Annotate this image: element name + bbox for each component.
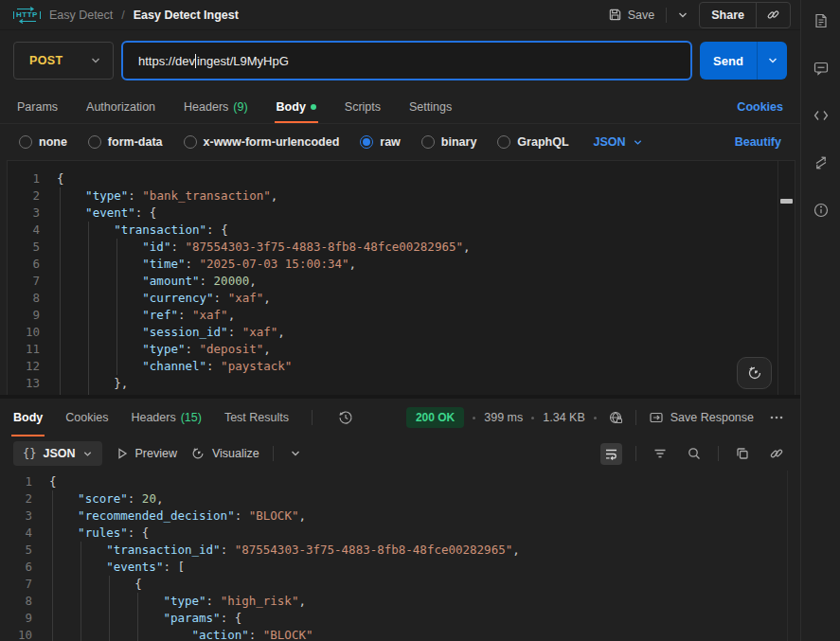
code-line: 4 "rules": {	[0, 525, 800, 542]
more-options-icon[interactable]	[766, 407, 787, 428]
indent-guide	[80, 542, 81, 641]
visualize-button[interactable]: Visualize	[190, 446, 259, 461]
response-tab-cookies[interactable]: Cookies	[65, 399, 108, 436]
url-text-after-caret: ingest/L9MyHpG	[197, 54, 289, 68]
indent-guide	[88, 222, 89, 395]
filter-icon[interactable]	[650, 443, 670, 464]
chevron-down-icon	[633, 137, 643, 148]
code-line: 12 "channel": "paystack"	[8, 358, 795, 375]
body-modified-dot	[311, 104, 316, 110]
indent-guide	[137, 593, 138, 641]
code-line: 7 {	[0, 576, 800, 593]
visualize-sparkle-icon	[190, 446, 206, 461]
braces-icon: {}	[23, 447, 36, 460]
response-toolbar: {} JSON Preview Visualize	[0, 436, 800, 471]
body-mode-row: none form-data x-www-form-urlencoded raw…	[0, 124, 800, 160]
response-status-row: 200 OK 399 ms 1.34 KB	[406, 406, 787, 429]
cookies-link[interactable]: Cookies	[737, 100, 783, 114]
indent-guide	[60, 187, 61, 395]
editor-scrollbar[interactable]	[777, 161, 795, 395]
copy-link-icon[interactable]	[766, 443, 787, 464]
response-tab-test-results[interactable]: Test Results	[224, 399, 289, 436]
send-button[interactable]: Send	[700, 42, 757, 80]
related-requests-icon[interactable]	[810, 151, 832, 174]
url-text-before-caret: https://dev	[138, 54, 195, 68]
info-icon[interactable]	[810, 199, 832, 222]
divider	[635, 410, 636, 425]
indent-guide	[116, 239, 117, 375]
code-line: 10 "action": "BLOCK"	[0, 627, 800, 641]
radio-x-www-form-urlencoded[interactable]: x-www-form-urlencoded	[184, 135, 340, 149]
chevron-down-icon	[90, 55, 101, 66]
response-body-viewer[interactable]: 1{2 "score": 20,3 "recommended_decision"…	[0, 471, 800, 641]
code-line: 3 "event": {	[8, 205, 795, 222]
send-options-chevron[interactable]	[757, 42, 787, 80]
tab-settings[interactable]: Settings	[409, 91, 452, 123]
save-options-chevron[interactable]	[674, 7, 691, 24]
code-line: 6 "events": [	[0, 559, 800, 576]
tab-authorization[interactable]: Authorization	[86, 91, 155, 123]
radio-raw[interactable]: raw	[360, 135, 401, 149]
divider	[666, 8, 667, 23]
code-snippet-icon[interactable]	[810, 104, 832, 127]
save-response-icon	[649, 410, 664, 425]
method-dropdown[interactable]: POST	[13, 42, 114, 80]
visualize-options-chevron[interactable]	[287, 445, 304, 462]
postbot-sparkle-icon	[746, 365, 763, 382]
tab-headers[interactable]: Headers(9)	[184, 91, 248, 123]
response-size[interactable]: 1.34 KB	[543, 411, 584, 424]
copy-icon[interactable]	[732, 443, 753, 464]
header-bar: HTTP Easy Detect / Easy Detect Ingest Sa…	[0, 0, 800, 30]
save-response-button[interactable]: Save Response	[645, 406, 758, 429]
tab-scripts[interactable]: Scripts	[345, 91, 381, 123]
postbot-button[interactable]	[737, 357, 772, 389]
viewer-scrollbar[interactable]	[787, 471, 800, 641]
response-format-dropdown[interactable]: {} JSON	[13, 441, 102, 466]
code-line: 8 "type": "high_risk",	[0, 593, 800, 610]
code-line: 3 "recommended_decision": "BLOCK",	[0, 507, 800, 525]
share-button[interactable]: Share	[700, 9, 756, 22]
status-badge[interactable]: 200 OK	[406, 407, 464, 428]
wrap-text-icon[interactable]	[600, 443, 622, 465]
request-tabs: Params Authorization Headers(9) Body Scr…	[0, 91, 800, 124]
method-label: POST	[29, 54, 63, 67]
radio-graphql[interactable]: GraphQL	[497, 135, 568, 149]
send-button-group: Send	[700, 42, 787, 80]
code-line: 13 },	[8, 375, 795, 392]
save-button[interactable]: Save	[604, 4, 659, 26]
code-line: 10 "session_id": "xaf",	[8, 324, 795, 341]
save-icon	[608, 8, 622, 22]
request-body-editor[interactable]: 1{2 "type": "bank_transaction",3 "event"…	[7, 160, 795, 395]
comments-icon[interactable]	[810, 57, 832, 80]
radio-none[interactable]: none	[19, 135, 67, 149]
header-actions: Save Share	[604, 2, 791, 28]
indent-guide	[52, 490, 53, 641]
response-tab-body[interactable]: Body	[13, 399, 43, 436]
code-line: 9 "params": {	[0, 610, 800, 627]
postman-window: HTTP Easy Detect / Easy Detect Ingest Sa…	[0, 0, 840, 641]
beautify-link[interactable]: Beautify	[735, 135, 781, 149]
url-input[interactable]: https://devingest/L9MyHpG	[121, 41, 692, 80]
radio-form-data[interactable]: form-data	[88, 135, 163, 149]
divider	[273, 446, 274, 461]
preview-button[interactable]: Preview	[116, 447, 177, 460]
tab-body[interactable]: Body	[277, 91, 316, 123]
response-tab-headers[interactable]: Headers(15)	[131, 399, 201, 436]
documentation-icon[interactable]	[810, 9, 832, 32]
link-icon	[766, 8, 780, 22]
search-icon[interactable]	[684, 443, 705, 464]
breadcrumb-parent[interactable]: Easy Detect	[49, 9, 113, 22]
copy-link-button[interactable]	[756, 3, 790, 27]
body-language-dropdown[interactable]: JSON	[594, 135, 643, 149]
code-line: 5 "transaction_id": "87554303-3f75-4883-…	[0, 542, 800, 559]
response-history-icon[interactable]	[335, 407, 356, 428]
scrollbar-thumb[interactable]	[780, 199, 793, 204]
code-line: 7 "amount": 20000,	[8, 273, 795, 290]
radio-binary[interactable]: binary	[421, 135, 477, 149]
divider	[718, 446, 719, 461]
network-globe-icon[interactable]	[605, 407, 627, 429]
response-time[interactable]: 399 ms	[484, 411, 523, 424]
breadcrumb-separator: /	[121, 9, 124, 22]
tab-params[interactable]: Params	[17, 91, 58, 123]
indent-guide	[109, 576, 110, 641]
